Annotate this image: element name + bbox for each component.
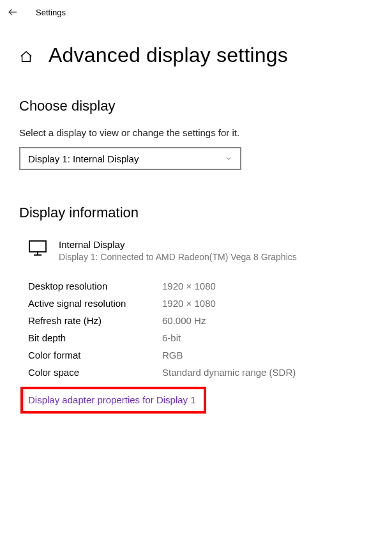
info-value: 1920 × 1080 bbox=[162, 298, 216, 309]
back-arrow-icon bbox=[7, 6, 19, 18]
table-row: Active signal resolution 1920 × 1080 bbox=[28, 298, 373, 309]
display-adapter-properties-link[interactable]: Display adapter properties for Display 1 bbox=[28, 394, 196, 405]
page-title: Advanced display settings bbox=[49, 43, 288, 67]
info-label: Desktop resolution bbox=[28, 281, 162, 291]
svg-rect-1 bbox=[29, 241, 46, 252]
back-button[interactable] bbox=[5, 4, 20, 20]
dropdown-selected-value: Display 1: Internal Display bbox=[28, 153, 139, 164]
titlebar: Settings bbox=[0, 0, 392, 24]
table-row: Bit depth 6-bit bbox=[28, 332, 373, 343]
monitor-icon bbox=[28, 239, 47, 257]
display-info-table: Desktop resolution 1920 × 1080 Active si… bbox=[19, 281, 373, 378]
choose-display-description: Select a display to view or change the s… bbox=[19, 127, 373, 138]
page-header: Advanced display settings bbox=[19, 43, 373, 67]
info-value: Standard dynamic range (SDR) bbox=[162, 367, 296, 378]
display-info-text: Internal Display Display 1: Connected to… bbox=[59, 238, 297, 264]
display-connection-info: Display 1: Connected to AMD Radeon(TM) V… bbox=[59, 251, 297, 264]
info-label: Color space bbox=[28, 367, 162, 378]
home-button[interactable] bbox=[19, 50, 33, 64]
info-label: Refresh rate (Hz) bbox=[28, 315, 162, 326]
choose-display-heading: Choose display bbox=[19, 98, 373, 114]
content-area: Advanced display settings Choose display… bbox=[0, 24, 392, 414]
info-label: Color format bbox=[28, 350, 162, 360]
info-value: 1920 × 1080 bbox=[162, 281, 216, 291]
titlebar-title: Settings bbox=[36, 8, 66, 17]
info-value: 60.000 Hz bbox=[162, 315, 206, 326]
display-selector-dropdown[interactable]: Display 1: Internal Display bbox=[19, 147, 241, 170]
home-icon bbox=[19, 50, 33, 64]
info-label: Active signal resolution bbox=[28, 298, 162, 309]
table-row: Refresh rate (Hz) 60.000 Hz bbox=[28, 315, 373, 326]
display-info-summary: Internal Display Display 1: Connected to… bbox=[19, 238, 373, 264]
display-name: Internal Display bbox=[59, 238, 297, 251]
display-information-heading: Display information bbox=[19, 205, 373, 221]
chevron-down-icon bbox=[225, 155, 232, 162]
info-value: RGB bbox=[162, 350, 183, 360]
adapter-link-highlight: Display adapter properties for Display 1 bbox=[20, 387, 206, 414]
info-label: Bit depth bbox=[28, 332, 162, 343]
table-row: Color format RGB bbox=[28, 350, 373, 360]
table-row: Color space Standard dynamic range (SDR) bbox=[28, 367, 373, 378]
info-value: 6-bit bbox=[162, 332, 181, 343]
table-row: Desktop resolution 1920 × 1080 bbox=[28, 281, 373, 291]
